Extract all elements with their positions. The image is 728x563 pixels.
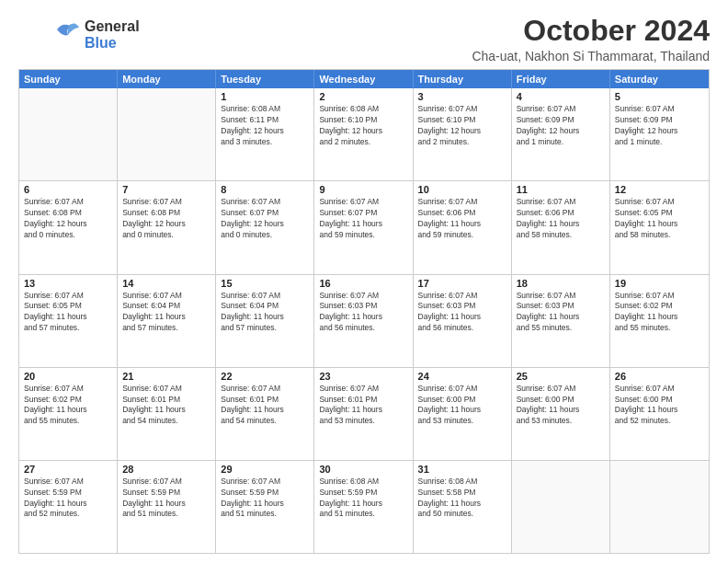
- day-info: Sunrise: 6:07 AM Sunset: 6:08 PM Dayligh…: [122, 197, 210, 241]
- day-info: Sunrise: 6:07 AM Sunset: 5:59 PM Dayligh…: [24, 477, 112, 521]
- day-info: Sunrise: 6:07 AM Sunset: 6:00 PM Dayligh…: [418, 384, 506, 428]
- calendar-cell: [19, 88, 118, 180]
- day-number: 29: [221, 464, 309, 475]
- day-number: 2: [319, 91, 407, 102]
- day-info: Sunrise: 6:07 AM Sunset: 5:59 PM Dayligh…: [122, 477, 210, 521]
- logo-line2: Blue: [85, 35, 140, 52]
- day-number: 8: [221, 184, 309, 195]
- day-number: 18: [517, 278, 605, 289]
- calendar-cell: 10Sunrise: 6:07 AM Sunset: 6:06 PM Dayli…: [414, 181, 512, 273]
- day-number: 1: [221, 91, 309, 102]
- calendar-cell: 1Sunrise: 6:08 AM Sunset: 6:11 PM Daylig…: [216, 88, 314, 180]
- calendar-cell: 30Sunrise: 6:08 AM Sunset: 5:59 PM Dayli…: [314, 461, 413, 553]
- day-number: 26: [615, 371, 704, 382]
- calendar-cell: 23Sunrise: 6:07 AM Sunset: 6:01 PM Dayli…: [314, 368, 413, 460]
- calendar-cell: 9Sunrise: 6:07 AM Sunset: 6:07 PM Daylig…: [314, 181, 413, 273]
- calendar-cell: 29Sunrise: 6:07 AM Sunset: 5:59 PM Dayli…: [216, 461, 314, 553]
- day-number: 23: [319, 371, 407, 382]
- day-info: Sunrise: 6:07 AM Sunset: 6:09 PM Dayligh…: [615, 104, 704, 148]
- header-cell-monday: Monday: [118, 70, 216, 88]
- day-info: Sunrise: 6:07 AM Sunset: 6:01 PM Dayligh…: [122, 384, 210, 428]
- header-cell-sunday: Sunday: [19, 70, 118, 88]
- day-number: 10: [418, 184, 506, 195]
- day-number: 31: [418, 464, 506, 475]
- day-number: 27: [24, 464, 112, 475]
- day-info: Sunrise: 6:07 AM Sunset: 6:04 PM Dayligh…: [122, 291, 210, 335]
- calendar-cell: 27Sunrise: 6:07 AM Sunset: 5:59 PM Dayli…: [19, 461, 118, 553]
- day-number: 13: [24, 278, 112, 289]
- day-info: Sunrise: 6:07 AM Sunset: 6:00 PM Dayligh…: [615, 384, 704, 428]
- calendar-cell: 24Sunrise: 6:07 AM Sunset: 6:00 PM Dayli…: [414, 368, 512, 460]
- day-info: Sunrise: 6:08 AM Sunset: 5:58 PM Dayligh…: [418, 477, 506, 521]
- header-cell-wednesday: Wednesday: [314, 70, 413, 88]
- day-number: 7: [122, 184, 210, 195]
- day-number: 14: [122, 278, 210, 289]
- day-info: Sunrise: 6:07 AM Sunset: 6:02 PM Dayligh…: [615, 291, 704, 335]
- day-info: Sunrise: 6:07 AM Sunset: 6:07 PM Dayligh…: [221, 197, 309, 241]
- day-number: 21: [122, 371, 210, 382]
- calendar-cell: [512, 461, 610, 553]
- day-number: 9: [319, 184, 407, 195]
- calendar-cell: 8Sunrise: 6:07 AM Sunset: 6:07 PM Daylig…: [216, 181, 314, 273]
- calendar-cell: 18Sunrise: 6:07 AM Sunset: 6:03 PM Dayli…: [512, 275, 610, 367]
- day-number: 16: [319, 278, 407, 289]
- calendar-row: 1Sunrise: 6:08 AM Sunset: 6:11 PM Daylig…: [19, 88, 709, 180]
- calendar-cell: 25Sunrise: 6:07 AM Sunset: 6:00 PM Dayli…: [512, 368, 610, 460]
- logo-svg: [51, 18, 83, 50]
- header-cell-tuesday: Tuesday: [216, 70, 314, 88]
- day-info: Sunrise: 6:07 AM Sunset: 6:00 PM Dayligh…: [517, 384, 605, 428]
- day-info: Sunrise: 6:07 AM Sunset: 6:02 PM Dayligh…: [24, 384, 112, 428]
- day-number: 19: [615, 278, 704, 289]
- logo-text: General Blue: [85, 18, 140, 52]
- header-cell-friday: Friday: [512, 70, 610, 88]
- calendar-cell: 19Sunrise: 6:07 AM Sunset: 6:02 PM Dayli…: [610, 275, 709, 367]
- calendar-row: 6Sunrise: 6:07 AM Sunset: 6:08 PM Daylig…: [19, 180, 709, 273]
- day-info: Sunrise: 6:07 AM Sunset: 6:01 PM Dayligh…: [221, 384, 309, 428]
- calendar-cell: 4Sunrise: 6:07 AM Sunset: 6:09 PM Daylig…: [512, 88, 610, 180]
- calendar-cell: 26Sunrise: 6:07 AM Sunset: 6:00 PM Dayli…: [610, 368, 709, 460]
- calendar-body: 1Sunrise: 6:08 AM Sunset: 6:11 PM Daylig…: [19, 88, 709, 553]
- day-number: 6: [24, 184, 112, 195]
- day-number: 12: [615, 184, 704, 195]
- calendar-cell: 21Sunrise: 6:07 AM Sunset: 6:01 PM Dayli…: [118, 368, 216, 460]
- day-number: 11: [517, 184, 605, 195]
- calendar-row: 13Sunrise: 6:07 AM Sunset: 6:05 PM Dayli…: [19, 274, 709, 367]
- subtitle: Cha-uat, Nakhon Si Thammarat, Thailand: [472, 49, 710, 63]
- day-number: 4: [517, 91, 605, 102]
- calendar-row: 27Sunrise: 6:07 AM Sunset: 5:59 PM Dayli…: [19, 460, 709, 553]
- day-info: Sunrise: 6:07 AM Sunset: 5:59 PM Dayligh…: [221, 477, 309, 521]
- calendar-cell: 31Sunrise: 6:08 AM Sunset: 5:58 PM Dayli…: [414, 461, 512, 553]
- calendar-cell: 7Sunrise: 6:07 AM Sunset: 6:08 PM Daylig…: [118, 181, 216, 273]
- day-info: Sunrise: 6:07 AM Sunset: 6:03 PM Dayligh…: [418, 291, 506, 335]
- day-number: 5: [615, 91, 704, 102]
- logo: General Blue: [18, 18, 140, 52]
- header: General Blue October 2024 Cha-uat, Nakho…: [18, 15, 710, 63]
- calendar-cell: 2Sunrise: 6:08 AM Sunset: 6:10 PM Daylig…: [314, 88, 413, 180]
- day-info: Sunrise: 6:07 AM Sunset: 6:09 PM Dayligh…: [517, 104, 605, 148]
- calendar-cell: [118, 88, 216, 180]
- day-info: Sunrise: 6:07 AM Sunset: 6:05 PM Dayligh…: [615, 197, 704, 241]
- logo-line1: General: [85, 18, 140, 35]
- day-number: 28: [122, 464, 210, 475]
- page: General Blue October 2024 Cha-uat, Nakho…: [0, 0, 728, 563]
- calendar-cell: [610, 461, 709, 553]
- header-cell-saturday: Saturday: [610, 70, 709, 88]
- day-info: Sunrise: 6:07 AM Sunset: 6:04 PM Dayligh…: [221, 291, 309, 335]
- day-number: 15: [221, 278, 309, 289]
- day-number: 22: [221, 371, 309, 382]
- day-number: 3: [418, 91, 506, 102]
- month-title: October 2024: [472, 15, 710, 47]
- calendar-cell: 11Sunrise: 6:07 AM Sunset: 6:06 PM Dayli…: [512, 181, 610, 273]
- calendar-cell: 3Sunrise: 6:07 AM Sunset: 6:10 PM Daylig…: [414, 88, 512, 180]
- day-info: Sunrise: 6:07 AM Sunset: 6:05 PM Dayligh…: [24, 291, 112, 335]
- day-info: Sunrise: 6:07 AM Sunset: 6:03 PM Dayligh…: [517, 291, 605, 335]
- header-cell-thursday: Thursday: [414, 70, 512, 88]
- day-number: 25: [517, 371, 605, 382]
- day-info: Sunrise: 6:07 AM Sunset: 6:07 PM Dayligh…: [319, 197, 407, 241]
- calendar-header: SundayMondayTuesdayWednesdayThursdayFrid…: [19, 70, 709, 88]
- calendar-cell: 13Sunrise: 6:07 AM Sunset: 6:05 PM Dayli…: [19, 275, 118, 367]
- day-number: 30: [319, 464, 407, 475]
- calendar-cell: 22Sunrise: 6:07 AM Sunset: 6:01 PM Dayli…: [216, 368, 314, 460]
- day-info: Sunrise: 6:07 AM Sunset: 6:06 PM Dayligh…: [517, 197, 605, 241]
- day-info: Sunrise: 6:07 AM Sunset: 6:06 PM Dayligh…: [418, 197, 506, 241]
